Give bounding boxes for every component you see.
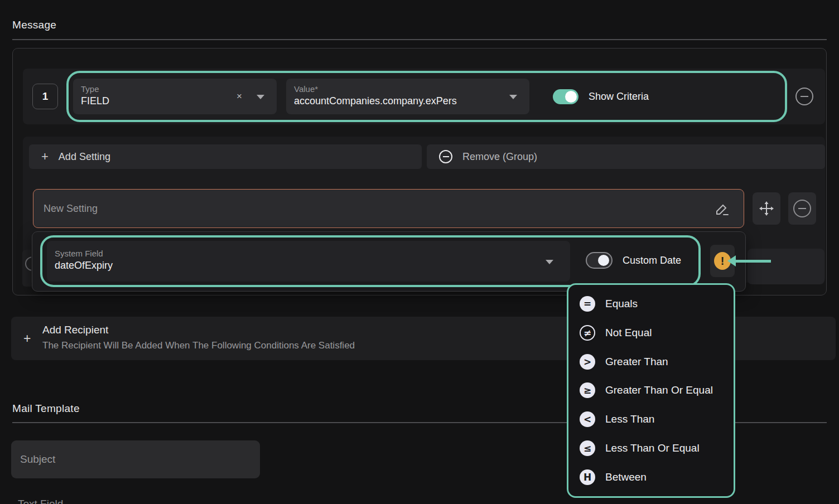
clear-icon[interactable]: ×	[237, 91, 242, 102]
custom-date-label: Custom Date	[623, 255, 681, 266]
message-settings-page: Message 1 Type FIELD × Value* accountCom…	[0, 0, 839, 504]
plus-icon: +	[23, 331, 31, 346]
operator-dropdown-menu: = Equals ≠ Not Equal > Greater Than ≥ Gr…	[567, 283, 735, 498]
remove-group-button[interactable]: Remove (Group)	[427, 144, 825, 169]
setting-editor-popup: System Field dateOfExpiry Custom Date !	[32, 231, 746, 292]
equals-icon: =	[580, 296, 595, 312]
menu-item-label: Greater Than Or Equal	[605, 384, 713, 396]
remove-condition-button[interactable]	[795, 88, 813, 105]
annotation-arrow	[735, 260, 771, 263]
condition-index-badge: 1	[32, 84, 58, 109]
menu-item-greater-than-or-equal[interactable]: ≥ Greater Than Or Equal	[568, 382, 734, 398]
minus-circle-icon	[793, 200, 811, 217]
move-arrows-icon	[758, 200, 775, 217]
menu-item-between[interactable]: H Between	[568, 469, 734, 485]
system-field-value: dateOfExpiry	[55, 260, 562, 272]
value-select[interactable]: Value* accountCompanies.company.exPers	[286, 79, 529, 114]
show-criteria-label: Show Criteria	[589, 91, 649, 103]
chevron-down-icon[interactable]	[509, 95, 517, 99]
minus-circle-icon	[795, 88, 813, 105]
text-field-label: Text Field	[18, 498, 63, 504]
custom-date-toggle-group: Custom Date	[586, 252, 681, 269]
remove-setting-button[interactable]	[788, 192, 816, 225]
menu-item-less-than[interactable]: < Less Than	[568, 411, 734, 427]
custom-date-toggle[interactable]	[586, 252, 613, 269]
show-criteria-toggle-group: Show Criteria	[553, 89, 649, 104]
message-section-title: Message	[12, 19, 56, 31]
obscured-element-right	[748, 249, 824, 284]
value-select-value: accountCompanies.company.exPers	[294, 95, 500, 107]
subject-placeholder: Subject	[20, 453, 55, 466]
message-divider	[12, 39, 827, 40]
minus-circle-bold-icon	[439, 150, 452, 163]
menu-item-label: Less Than Or Equal	[605, 442, 700, 454]
obscured-element-left	[22, 250, 31, 287]
plus-icon: +	[41, 149, 49, 164]
condition-row: 1 Type FIELD × Value* accountCompanies.c…	[23, 69, 825, 124]
menu-item-not-equal[interactable]: ≠ Not Equal	[568, 325, 734, 341]
menu-item-label: Not Equal	[605, 327, 652, 339]
menu-item-label: Equals	[605, 298, 638, 310]
add-setting-button[interactable]: + Add Setting	[29, 144, 422, 169]
add-recipient-title: Add Recipient	[42, 324, 108, 336]
type-select[interactable]: Type FIELD ×	[73, 79, 277, 114]
edit-pencil-icon[interactable]	[715, 202, 729, 216]
less-than-or-equal-icon: ≤	[580, 440, 595, 456]
subject-input[interactable]: Subject	[11, 440, 260, 478]
menu-item-label: Greater Than	[605, 356, 668, 368]
menu-item-greater-than[interactable]: > Greater Than	[568, 354, 734, 370]
menu-item-label: Between	[605, 471, 647, 483]
not-equal-icon: ≠	[580, 325, 595, 341]
drag-move-button[interactable]	[753, 192, 780, 225]
menu-item-label: Less Than	[605, 413, 654, 425]
show-criteria-toggle[interactable]	[553, 89, 578, 104]
remove-group-label: Remove (Group)	[462, 151, 537, 163]
toggle-knob	[565, 91, 577, 103]
new-setting-placeholder: New Setting	[44, 203, 98, 215]
greater-than-or-equal-icon: ≥	[580, 382, 595, 398]
add-setting-label: Add Setting	[59, 151, 110, 163]
mail-template-section-title: Mail Template	[12, 403, 80, 415]
greater-than-icon: >	[580, 354, 595, 370]
value-select-label: Value*	[294, 84, 522, 94]
chevron-down-icon[interactable]	[546, 260, 553, 264]
system-field-label: System Field	[55, 249, 562, 258]
system-field-select[interactable]: System Field dateOfExpiry	[47, 241, 570, 282]
chevron-down-icon[interactable]	[257, 95, 264, 99]
new-setting-input[interactable]: New Setting	[33, 189, 744, 228]
add-recipient-subtitle: The Recipient Will Be Added When The Fol…	[42, 340, 355, 351]
less-than-icon: <	[580, 411, 595, 427]
menu-item-equals[interactable]: = Equals	[568, 296, 734, 312]
between-icon: H	[580, 469, 595, 485]
menu-item-less-than-or-equal[interactable]: ≤ Less Than Or Equal	[568, 440, 734, 456]
toggle-knob	[598, 255, 609, 266]
